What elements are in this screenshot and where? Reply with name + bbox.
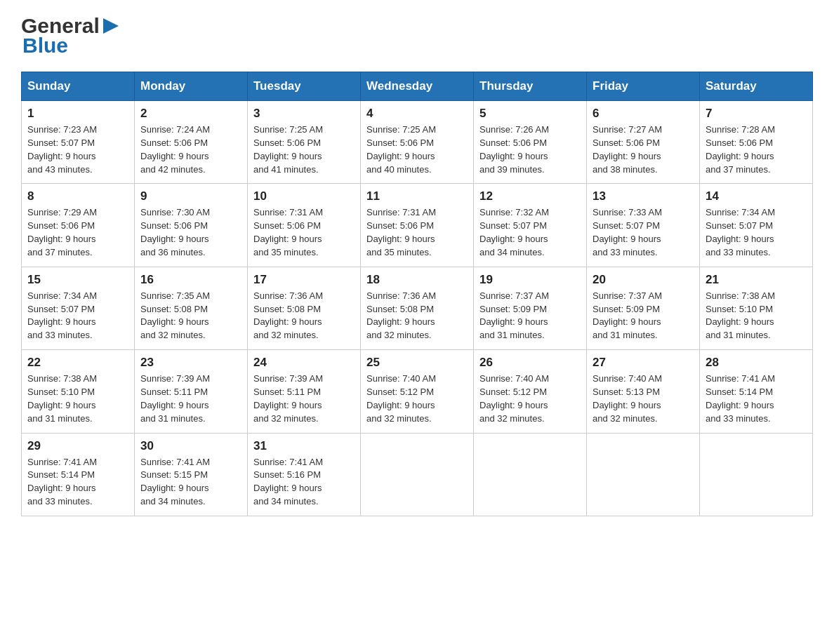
day-number: 9 xyxy=(140,189,241,203)
day-number: 14 xyxy=(706,189,807,203)
col-monday: Monday xyxy=(135,72,248,101)
day-number: 29 xyxy=(27,439,128,453)
logo-blue-text: Blue xyxy=(22,34,68,57)
day-info: Sunrise: 7:30 AMSunset: 5:06 PMDaylight:… xyxy=(140,206,241,259)
day-info: Sunrise: 7:34 AMSunset: 5:07 PMDaylight:… xyxy=(706,206,807,259)
day-number: 8 xyxy=(27,189,128,203)
calendar-cell: 7Sunrise: 7:28 AMSunset: 5:06 PMDaylight… xyxy=(700,101,813,184)
day-number: 13 xyxy=(593,189,694,203)
calendar-cell: 19Sunrise: 7:37 AMSunset: 5:09 PMDayligh… xyxy=(474,267,587,349)
day-info: Sunrise: 7:31 AMSunset: 5:06 PMDaylight:… xyxy=(366,206,468,259)
day-number: 21 xyxy=(706,273,807,287)
calendar-cell: 6Sunrise: 7:27 AMSunset: 5:06 PMDaylight… xyxy=(587,101,700,184)
calendar-cell: 3Sunrise: 7:25 AMSunset: 5:06 PMDaylight… xyxy=(248,101,361,184)
calendar-cell: 14Sunrise: 7:34 AMSunset: 5:07 PMDayligh… xyxy=(700,184,813,267)
day-number: 3 xyxy=(253,107,355,121)
day-number: 6 xyxy=(593,107,694,121)
day-number: 12 xyxy=(479,189,581,203)
page-header: General Blue xyxy=(21,14,813,58)
day-number: 16 xyxy=(140,273,241,287)
day-number: 24 xyxy=(253,356,355,370)
calendar-cell: 21Sunrise: 7:38 AMSunset: 5:10 PMDayligh… xyxy=(700,267,813,349)
day-info: Sunrise: 7:25 AMSunset: 5:06 PMDaylight:… xyxy=(366,123,468,176)
day-number: 27 xyxy=(593,356,694,370)
day-info: Sunrise: 7:24 AMSunset: 5:06 PMDaylight:… xyxy=(140,123,241,176)
day-info: Sunrise: 7:28 AMSunset: 5:06 PMDaylight:… xyxy=(706,123,807,176)
day-info: Sunrise: 7:33 AMSunset: 5:07 PMDaylight:… xyxy=(593,206,694,259)
calendar-cell: 22Sunrise: 7:38 AMSunset: 5:10 PMDayligh… xyxy=(22,350,135,433)
day-info: Sunrise: 7:26 AMSunset: 5:06 PMDaylight:… xyxy=(479,123,581,176)
day-number: 15 xyxy=(27,273,128,287)
col-saturday: Saturday xyxy=(700,72,813,101)
day-info: Sunrise: 7:41 AMSunset: 5:14 PMDaylight:… xyxy=(27,456,128,509)
day-number: 5 xyxy=(479,107,581,121)
logo: General Blue xyxy=(21,14,122,58)
calendar-cell: 24Sunrise: 7:39 AMSunset: 5:11 PMDayligh… xyxy=(248,350,361,433)
calendar-cell: 16Sunrise: 7:35 AMSunset: 5:08 PMDayligh… xyxy=(135,267,248,349)
day-number: 28 xyxy=(706,356,807,370)
day-number: 2 xyxy=(140,107,241,121)
calendar-cell: 10Sunrise: 7:31 AMSunset: 5:06 PMDayligh… xyxy=(248,184,361,267)
calendar-cell: 12Sunrise: 7:32 AMSunset: 5:07 PMDayligh… xyxy=(474,184,587,267)
calendar-week-row: 29Sunrise: 7:41 AMSunset: 5:14 PMDayligh… xyxy=(22,433,813,516)
calendar-cell xyxy=(587,433,700,516)
col-friday: Friday xyxy=(587,72,700,101)
day-info: Sunrise: 7:29 AMSunset: 5:06 PMDaylight:… xyxy=(27,206,128,259)
logo-arrow-icon xyxy=(100,15,121,36)
day-info: Sunrise: 7:39 AMSunset: 5:11 PMDaylight:… xyxy=(140,373,241,425)
day-info: Sunrise: 7:40 AMSunset: 5:13 PMDaylight:… xyxy=(593,373,694,425)
day-info: Sunrise: 7:34 AMSunset: 5:07 PMDaylight:… xyxy=(27,290,128,342)
calendar-cell: 26Sunrise: 7:40 AMSunset: 5:12 PMDayligh… xyxy=(474,350,587,433)
day-info: Sunrise: 7:37 AMSunset: 5:09 PMDaylight:… xyxy=(593,290,694,342)
day-info: Sunrise: 7:38 AMSunset: 5:10 PMDaylight:… xyxy=(706,290,807,342)
day-number: 7 xyxy=(706,107,807,121)
calendar-cell: 28Sunrise: 7:41 AMSunset: 5:14 PMDayligh… xyxy=(700,350,813,433)
day-number: 19 xyxy=(479,273,581,287)
day-number: 22 xyxy=(27,356,128,370)
day-number: 1 xyxy=(27,107,128,121)
calendar-cell: 11Sunrise: 7:31 AMSunset: 5:06 PMDayligh… xyxy=(361,184,474,267)
calendar-table: Sunday Monday Tuesday Wednesday Thursday… xyxy=(21,72,813,516)
day-info: Sunrise: 7:37 AMSunset: 5:09 PMDaylight:… xyxy=(479,290,581,342)
calendar-week-row: 1Sunrise: 7:23 AMSunset: 5:07 PMDaylight… xyxy=(22,101,813,184)
day-info: Sunrise: 7:38 AMSunset: 5:10 PMDaylight:… xyxy=(27,373,128,425)
calendar-cell: 9Sunrise: 7:30 AMSunset: 5:06 PMDaylight… xyxy=(135,184,248,267)
day-info: Sunrise: 7:36 AMSunset: 5:08 PMDaylight:… xyxy=(366,290,468,342)
day-number: 26 xyxy=(479,356,581,370)
calendar-cell: 17Sunrise: 7:36 AMSunset: 5:08 PMDayligh… xyxy=(248,267,361,349)
calendar-cell: 30Sunrise: 7:41 AMSunset: 5:15 PMDayligh… xyxy=(135,433,248,516)
calendar-body: 1Sunrise: 7:23 AMSunset: 5:07 PMDaylight… xyxy=(22,101,813,516)
calendar-cell xyxy=(361,433,474,516)
calendar-cell: 27Sunrise: 7:40 AMSunset: 5:13 PMDayligh… xyxy=(587,350,700,433)
day-number: 20 xyxy=(593,273,694,287)
calendar-week-row: 8Sunrise: 7:29 AMSunset: 5:06 PMDaylight… xyxy=(22,184,813,267)
day-info: Sunrise: 7:40 AMSunset: 5:12 PMDaylight:… xyxy=(366,373,468,425)
calendar-cell: 4Sunrise: 7:25 AMSunset: 5:06 PMDaylight… xyxy=(361,101,474,184)
day-number: 4 xyxy=(366,107,468,121)
day-info: Sunrise: 7:41 AMSunset: 5:15 PMDaylight:… xyxy=(140,456,241,509)
col-thursday: Thursday xyxy=(474,72,587,101)
day-info: Sunrise: 7:41 AMSunset: 5:14 PMDaylight:… xyxy=(706,373,807,425)
day-number: 23 xyxy=(140,356,241,370)
col-wednesday: Wednesday xyxy=(361,72,474,101)
svg-marker-0 xyxy=(103,18,119,34)
col-tuesday: Tuesday xyxy=(248,72,361,101)
col-sunday: Sunday xyxy=(22,72,135,101)
calendar-cell: 5Sunrise: 7:26 AMSunset: 5:06 PMDaylight… xyxy=(474,101,587,184)
calendar-cell: 25Sunrise: 7:40 AMSunset: 5:12 PMDayligh… xyxy=(361,350,474,433)
calendar-cell: 23Sunrise: 7:39 AMSunset: 5:11 PMDayligh… xyxy=(135,350,248,433)
calendar-week-row: 22Sunrise: 7:38 AMSunset: 5:10 PMDayligh… xyxy=(22,350,813,433)
calendar-cell: 29Sunrise: 7:41 AMSunset: 5:14 PMDayligh… xyxy=(22,433,135,516)
day-number: 30 xyxy=(140,439,241,453)
calendar-cell: 2Sunrise: 7:24 AMSunset: 5:06 PMDaylight… xyxy=(135,101,248,184)
calendar-cell: 1Sunrise: 7:23 AMSunset: 5:07 PMDaylight… xyxy=(22,101,135,184)
calendar-week-row: 15Sunrise: 7:34 AMSunset: 5:07 PMDayligh… xyxy=(22,267,813,349)
day-number: 31 xyxy=(253,439,355,453)
day-number: 18 xyxy=(366,273,468,287)
calendar-cell xyxy=(700,433,813,516)
day-info: Sunrise: 7:27 AMSunset: 5:06 PMDaylight:… xyxy=(593,123,694,176)
day-number: 25 xyxy=(366,356,468,370)
day-number: 11 xyxy=(366,189,468,203)
day-info: Sunrise: 7:36 AMSunset: 5:08 PMDaylight:… xyxy=(253,290,355,342)
calendar-cell: 13Sunrise: 7:33 AMSunset: 5:07 PMDayligh… xyxy=(587,184,700,267)
